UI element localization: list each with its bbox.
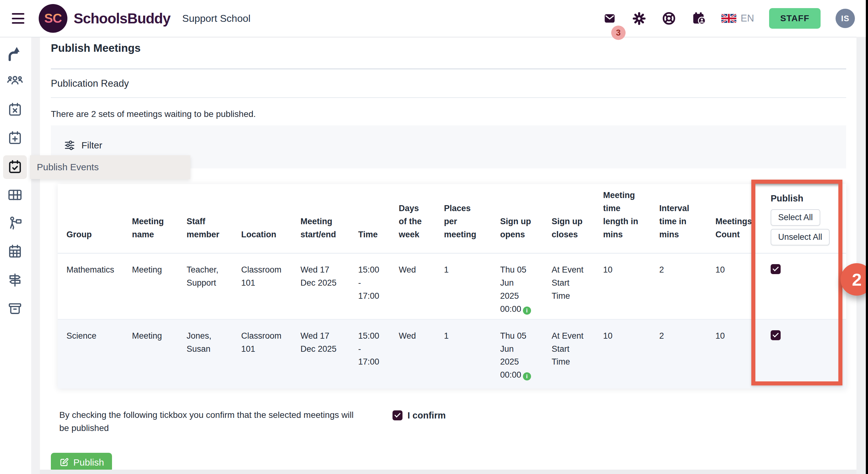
messages-button[interactable]: 3 (602, 12, 617, 24)
select-all-button[interactable]: Select All (771, 209, 820, 226)
info-icon[interactable] (523, 307, 531, 315)
cell-places-per-meeting: 1 (435, 253, 491, 319)
cell-staff-member: Teacher, Support (178, 253, 232, 319)
settings-button[interactable] (632, 11, 647, 26)
info-icon[interactable] (523, 372, 531, 380)
cell-sign-up-opens: Thu 05 Jun 2025 00:00 (491, 253, 543, 319)
cell-meeting-name: Meeting (123, 253, 178, 319)
cell-meetings-count: 10 (707, 253, 763, 319)
column-header-meeting-name: Meeting name (123, 184, 178, 253)
cell-interval-time: 2 (651, 319, 707, 388)
school-name: Support School (182, 13, 251, 24)
divider (51, 69, 846, 69)
column-header-group: Group (58, 184, 123, 253)
uk-flag-icon (721, 13, 736, 23)
main-content: Publish Meetings Publication Ready There… (40, 37, 857, 474)
brand-logo[interactable]: SC (39, 4, 67, 33)
brand-name: SchoolsBuddy (74, 10, 170, 27)
sidebar-item-directions[interactable] (3, 268, 27, 292)
confirm-label: I confirm (407, 410, 445, 421)
sidebar (0, 37, 31, 474)
publish-events-flyout-label: Publish Events (37, 162, 99, 172)
cell-places-per-meeting: 1 (435, 319, 491, 388)
publish-events-flyout[interactable]: Publish Events (30, 155, 190, 179)
column-header-days-of-week: Days of the week (390, 184, 435, 253)
mail-icon (602, 12, 617, 24)
publish-checkbox[interactable] (771, 264, 781, 274)
cell-group: Mathematics (58, 253, 123, 319)
cell-group: Science (58, 319, 123, 388)
calendar-check-icon (6, 159, 23, 176)
section-heading: Publication Ready (51, 78, 857, 89)
sidebar-item-activities[interactable] (3, 212, 27, 235)
confirm-section: By checking the following tickbox you co… (59, 409, 857, 435)
publish-column-title: Publish (771, 191, 839, 206)
cell-publish (763, 253, 846, 319)
calendar-user-icon (691, 11, 706, 26)
calendar-plus-icon (6, 130, 23, 147)
gear-icon (632, 11, 647, 26)
column-header-time: Time (349, 184, 390, 253)
cell-meeting-name: Meeting (123, 319, 178, 388)
table-row-science: Science Meeting Jones, Susan Classroom 1… (58, 319, 846, 388)
notification-badge: 3 (611, 26, 626, 40)
cell-meeting-start-end: Wed 17 Dec 2025 (292, 253, 349, 319)
filter-button[interactable]: Filter (64, 140, 102, 151)
sidebar-item-add-event[interactable] (3, 126, 27, 150)
cell-meetings-count: 10 (707, 319, 763, 388)
calendar-x-icon (6, 101, 23, 118)
language-selector[interactable]: EN (721, 13, 754, 24)
users-icon (6, 73, 23, 90)
cell-interval-time: 2 (651, 253, 707, 319)
publish-button-label: Publish (73, 457, 104, 468)
meetings-waiting-summary: There are 2 sets of meetings waiting to … (51, 109, 857, 119)
topbar-actions: 3 (602, 0, 855, 37)
column-header-meetings-count: Meetings Count (707, 184, 763, 253)
page-scrollbar[interactable] (857, 37, 866, 474)
column-header-interval-time: Interval time in mins (651, 184, 707, 253)
language-code: EN (741, 13, 754, 24)
table-header-row: Group Meeting name Staff member Location… (58, 184, 846, 253)
sidebar-item-publish-events[interactable] (3, 155, 27, 179)
column-header-staff-member: Staff member (178, 184, 232, 253)
cell-sign-up-closes: At Event Start Time (543, 253, 594, 319)
hamburger-menu-icon[interactable] (12, 13, 26, 24)
role-badge[interactable]: STAFF (769, 8, 820, 29)
help-button[interactable] (661, 11, 676, 26)
column-header-places-per-meeting: Places per meeting (435, 184, 491, 253)
user-avatar[interactable]: IS (836, 9, 855, 28)
sign-up-opens-text: Thu 05 Jun 2025 00:00 (500, 265, 526, 314)
archive-box-icon (6, 300, 23, 317)
publish-button[interactable]: Publish (51, 453, 112, 472)
column-header-sign-up-closes: Sign up closes (543, 184, 594, 253)
table-icon (6, 187, 23, 203)
sidebar-item-tables[interactable] (3, 183, 27, 207)
person-presenting-icon (6, 215, 23, 232)
my-calendar-button[interactable] (691, 11, 706, 26)
sidebar-item-timetable[interactable] (3, 240, 27, 263)
filter-sliders-icon (64, 140, 75, 151)
confirm-checkbox[interactable] (393, 410, 402, 420)
life-buoy-icon (661, 11, 676, 26)
unselect-all-button[interactable]: Unselect All (771, 229, 830, 245)
cell-days-of-week: Wed (390, 253, 435, 319)
column-header-meeting-time-length: Meeting time length in mins (594, 184, 651, 253)
sidebar-item-archive[interactable] (3, 296, 27, 320)
sidebar-scrollbar[interactable] (31, 37, 40, 474)
cell-meeting-start-end: Wed 17 Dec 2025 (292, 319, 349, 388)
cell-meeting-time-length: 10 (594, 253, 651, 319)
sidebar-item-return[interactable] (3, 42, 27, 65)
column-header-sign-up-opens: Sign up opens (491, 184, 543, 253)
column-header-publish: Publish Select All Unselect All (763, 184, 846, 253)
cell-days-of-week: Wed (390, 319, 435, 388)
publish-checkbox[interactable] (771, 330, 781, 340)
sidebar-item-users[interactable] (3, 69, 27, 93)
sign-up-opens-text: Thu 05 Jun 2025 00:00 (500, 331, 526, 380)
sidebar-item-cancel-events[interactable] (3, 98, 27, 122)
cell-staff-member: Jones, Susan (178, 319, 232, 388)
filter-label: Filter (82, 140, 102, 151)
signpost-icon (6, 272, 23, 288)
table-row-mathematics: Mathematics Meeting Teacher, Support Cla… (58, 253, 846, 319)
cell-location: Classroom 101 (232, 253, 292, 319)
cell-location: Classroom 101 (232, 319, 292, 388)
